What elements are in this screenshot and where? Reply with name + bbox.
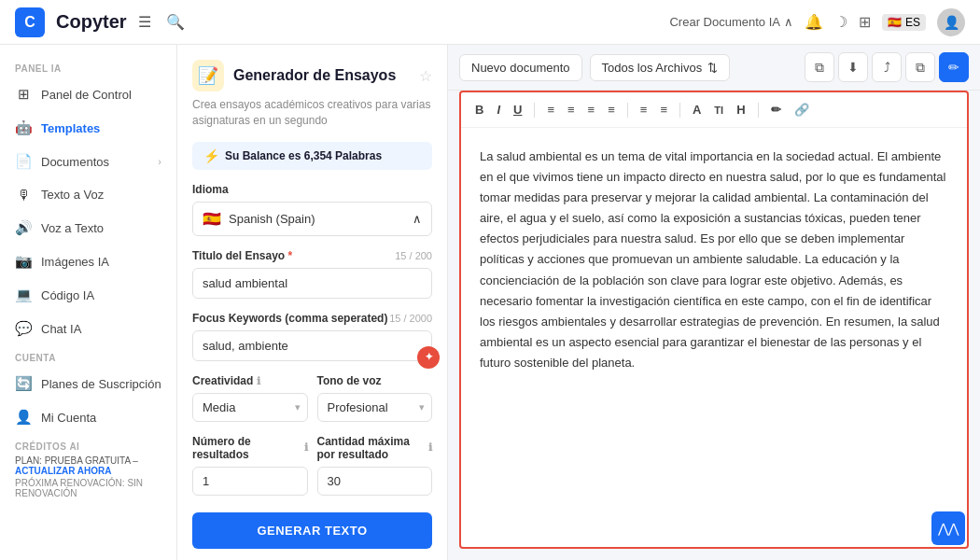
- user-icon: 👤: [15, 409, 32, 426]
- right-panel: Nuevo documento Todos los Archivos ⇅ ⧉ ⬇…: [448, 45, 980, 560]
- grid-icon[interactable]: ⊞: [859, 13, 871, 31]
- flag-icon: 🇪🇸: [888, 16, 902, 29]
- balance-badge: ⚡ Su Balance es 6,354 Palabras: [192, 142, 432, 170]
- align-justify-button[interactable]: ≡: [603, 100, 620, 119]
- list-ul-button[interactable]: ≡: [655, 100, 672, 119]
- archive-selector[interactable]: Todos los Archivos ⇅: [590, 54, 731, 81]
- align-center-button[interactable]: ≡: [563, 100, 580, 119]
- sidebar-item-templates[interactable]: 🤖 Templates: [0, 111, 176, 145]
- chevron-right-icon: ›: [158, 156, 161, 167]
- tono-select-wrap: Profesional Casual Formal ▾: [317, 393, 433, 422]
- sidebar-item-mi-cuenta[interactable]: 👤 Mi Cuenta: [0, 400, 176, 434]
- idioma-group: Idioma 🇪🇸 Spanish (Spain) ∧: [192, 183, 432, 236]
- generate-button[interactable]: GENERAR TEXTO: [192, 512, 432, 549]
- format-toolbar: B I U ≡ ≡ ≡ ≡ ≡ ≡ A TI H ✏: [461, 92, 967, 128]
- titulo-label: Titulo del Ensayo *: [192, 249, 292, 262]
- topnav-right: Crear Documento IA ∧ 🔔 ☽ ⊞ 🇪🇸 ES 👤: [669, 8, 965, 36]
- panel-header: 📝 Generador de Ensayos ☆: [192, 60, 432, 91]
- creatividad-info-icon[interactable]: ℹ: [257, 375, 260, 386]
- bolt-icon: ⚡: [203, 148, 219, 163]
- share-icon-button[interactable]: ⤴: [872, 52, 902, 82]
- sidebar-item-label: Código IA: [41, 288, 94, 302]
- keywords-label: Focus Keywords (comma seperated): [192, 312, 387, 325]
- panel-icon: 📝: [192, 60, 224, 91]
- center-panel: 📝 Generador de Ensayos ☆ Crea ensayos ac…: [177, 45, 448, 560]
- sidebar-item-label: Templates: [41, 121, 100, 135]
- sidebar-item-label: Planes de Suscripción: [41, 377, 161, 391]
- language-selector[interactable]: 🇪🇸 ES: [882, 14, 926, 31]
- sidebar-item-imagenes-ia[interactable]: 📷 Imágenes IA: [0, 245, 176, 278]
- chevron-icon: ⇅: [707, 61, 718, 75]
- star-icon[interactable]: ☆: [419, 67, 432, 85]
- editor-area: B I U ≡ ≡ ≡ ≡ ≡ ≡ A TI H ✏: [459, 91, 969, 549]
- document-selector[interactable]: Nuevo documento: [459, 54, 582, 81]
- editor-content[interactable]: La salud ambiental es un tema de vital i…: [461, 128, 967, 547]
- italic-button[interactable]: I: [492, 100, 505, 119]
- link-button[interactable]: 🔗: [790, 100, 814, 119]
- sidebar-item-label: Documentos: [41, 155, 109, 169]
- grid-icon: ⊞: [15, 86, 32, 103]
- creatividad-select[interactable]: Baja Media Alta: [192, 393, 308, 422]
- chevron-up-icon: ∧: [784, 15, 793, 29]
- right-panel-wrapper: Nuevo documento Todos los Archivos ⇅ ⧉ ⬇…: [448, 45, 980, 560]
- creatividad-group: Creatividad ℹ Baja Media Alta ▾: [192, 374, 308, 422]
- resultados-info-icon[interactable]: ℹ: [304, 441, 308, 454]
- search-icon[interactable]: 🔍: [166, 13, 185, 31]
- credits-section: CRÉDITOS AI PLAN: PRUEBA GRATUITA – ACTU…: [0, 434, 176, 506]
- titulo-group: Titulo del Ensayo * 15 / 200: [192, 249, 432, 299]
- menu-icon[interactable]: ☰: [138, 13, 151, 31]
- sidebar-item-label: Panel de Control: [41, 88, 132, 102]
- sidebar-item-planes[interactable]: 🔄 Planes de Suscripción: [0, 367, 176, 400]
- align-left-button[interactable]: ≡: [542, 100, 559, 119]
- bold-button[interactable]: B: [470, 100, 488, 119]
- sidebar-item-texto-a-voz[interactable]: 🎙 Texto a Voz: [0, 178, 176, 211]
- list-ol-button[interactable]: ≡: [636, 100, 652, 119]
- titulo-count: 15 / 200: [395, 250, 432, 261]
- keywords-group: Focus Keywords (comma seperated) 15 / 20…: [192, 312, 432, 361]
- sidebar-cuenta-label: CUENTA: [0, 345, 176, 367]
- align-right-button[interactable]: ≡: [583, 100, 600, 119]
- keywords-container: ✦: [192, 330, 432, 361]
- underline-button[interactable]: U: [509, 100, 526, 119]
- sidebar-item-voz-a-texto[interactable]: 🔊 Voz a Texto: [0, 211, 176, 245]
- keywords-input[interactable]: [192, 330, 432, 361]
- sidebar-item-codigo-ia[interactable]: 💻 Código IA: [0, 278, 176, 312]
- notification-icon[interactable]: 🔔: [805, 13, 823, 31]
- cantidad-input[interactable]: [317, 467, 433, 496]
- sidebar-item-documentos[interactable]: 📄 Documentos ›: [0, 145, 176, 178]
- pen-button[interactable]: ✏: [766, 100, 786, 119]
- code-icon: 💻: [15, 287, 32, 303]
- speaker-icon: 🔊: [15, 219, 32, 236]
- tono-select[interactable]: Profesional Casual Formal: [317, 393, 433, 422]
- editor-toolbar-top: Nuevo documento Todos los Archivos ⇅ ⧉ ⬇…: [448, 45, 980, 91]
- heading-button[interactable]: H: [732, 100, 749, 119]
- copy2-icon-button[interactable]: ⧉: [905, 52, 935, 82]
- crear-documento-button[interactable]: Crear Documento IA ∧: [669, 15, 793, 29]
- idioma-label: Idioma: [192, 183, 432, 196]
- divider: [534, 103, 535, 118]
- topnav: C Copyter ☰ 🔍 Crear Documento IA ∧ 🔔 ☽ ⊞…: [0, 0, 980, 45]
- cantidad-info-icon[interactable]: ℹ: [428, 441, 432, 454]
- keywords-count: 15 / 2000: [389, 313, 432, 324]
- creatividad-tono-row: Creatividad ℹ Baja Media Alta ▾ Tono de …: [192, 374, 432, 435]
- resultados-input[interactable]: [192, 467, 308, 496]
- actualizar-link[interactable]: ACTUALIZAR AHORA: [15, 466, 112, 476]
- sidebar-item-label: Texto a Voz: [41, 188, 104, 202]
- sidebar-panel-ia-label: PANEL IA: [0, 56, 176, 77]
- avatar[interactable]: 👤: [937, 8, 965, 36]
- creatividad-label: Creatividad ℹ: [192, 374, 308, 387]
- sidebar-item-panel-control[interactable]: ⊞ Panel de Control: [0, 77, 176, 111]
- sidebar-item-chat-ia[interactable]: 💬 Chat IA: [0, 312, 176, 345]
- copy-icon-button[interactable]: ⧉: [805, 52, 834, 82]
- font-color-button[interactable]: A: [688, 100, 706, 119]
- spain-flag-icon: 🇪🇸: [203, 210, 221, 228]
- keywords-badge[interactable]: ✦: [417, 346, 440, 369]
- scroll-to-top-button[interactable]: ⋀⋀: [931, 511, 965, 545]
- topnav-left: C Copyter ☰ 🔍: [15, 7, 185, 37]
- language-dropdown[interactable]: 🇪🇸 Spanish (Spain) ∧: [192, 202, 432, 236]
- moon-icon[interactable]: ☽: [834, 13, 847, 31]
- titulo-input[interactable]: [192, 268, 432, 299]
- edit-icon-button[interactable]: ✏: [939, 52, 969, 82]
- download-icon-button[interactable]: ⬇: [838, 52, 868, 82]
- font-size-button[interactable]: TI: [709, 102, 728, 119]
